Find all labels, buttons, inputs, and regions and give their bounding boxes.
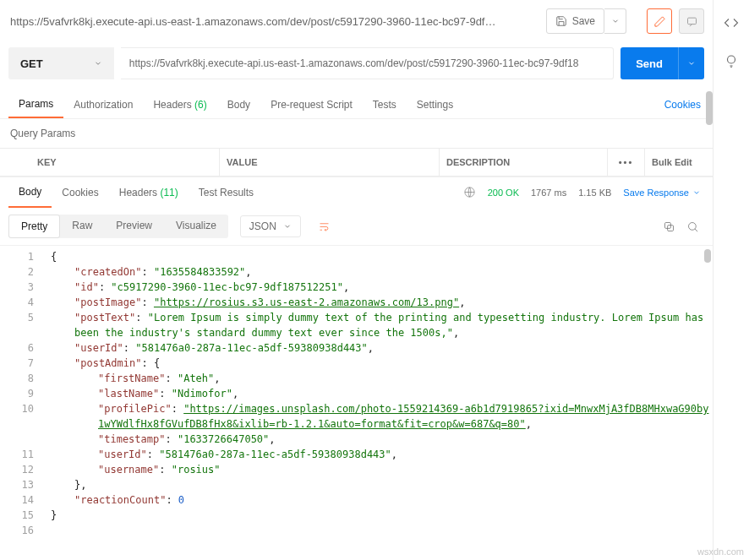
- code-icon: [724, 15, 739, 30]
- copy-button[interactable]: [657, 215, 681, 238]
- save-button[interactable]: Save: [546, 8, 604, 34]
- svg-rect-0: [687, 18, 696, 24]
- svg-line-5: [695, 229, 697, 231]
- chevron-down-icon: [611, 17, 620, 25]
- save-icon: [555, 15, 567, 27]
- col-description: DESCRIPTION: [440, 149, 608, 176]
- chevron-down-icon: [687, 59, 696, 68]
- chevron-down-icon: [692, 188, 701, 197]
- tab-headers[interactable]: Headers (6): [143, 92, 216, 117]
- copy-icon: [663, 220, 675, 233]
- tab-settings[interactable]: Settings: [407, 92, 463, 117]
- tab-prerequest[interactable]: Pre-request Script: [260, 92, 363, 117]
- svg-point-4: [688, 222, 696, 230]
- query-params-header: KEY VALUE DESCRIPTION ••• Bulk Edit: [0, 148, 713, 177]
- lightbulb-icon: [724, 53, 739, 68]
- method-label: GET: [20, 57, 43, 70]
- chevron-down-icon: [283, 222, 292, 231]
- chevron-down-icon: [94, 59, 102, 68]
- resp-tab-cookies[interactable]: Cookies: [52, 178, 108, 207]
- pencil-icon: [653, 15, 666, 28]
- tab-tests[interactable]: Tests: [363, 92, 407, 117]
- view-preview[interactable]: Preview: [104, 215, 164, 238]
- bulk-edit-button[interactable]: Bulk Edit: [645, 149, 713, 176]
- svg-point-6: [728, 56, 735, 63]
- view-pretty[interactable]: Pretty: [8, 215, 60, 238]
- save-label: Save: [572, 15, 595, 27]
- url-input[interactable]: https://5vafvrk8kj.execute-api.us-east-1…: [121, 47, 614, 79]
- query-params-label: Query Params: [0, 119, 713, 148]
- info-panel-button[interactable]: [724, 53, 739, 71]
- method-select[interactable]: GET: [8, 47, 114, 79]
- view-raw[interactable]: Raw: [60, 215, 104, 238]
- col-options[interactable]: •••: [608, 149, 645, 176]
- search-icon: [686, 220, 699, 233]
- save-response-button[interactable]: Save Response: [623, 188, 701, 198]
- code-lines: {"createdOn": "1635584833592","id": "c59…: [42, 246, 713, 541]
- send-label: Send: [621, 57, 678, 70]
- tab-params[interactable]: Params: [8, 91, 63, 118]
- resp-tab-headers[interactable]: Headers (11): [109, 178, 189, 207]
- col-key: KEY: [0, 149, 220, 176]
- cookies-link[interactable]: Cookies: [661, 92, 704, 117]
- resp-tab-tests[interactable]: Test Results: [189, 178, 264, 207]
- resp-tab-body[interactable]: Body: [8, 177, 52, 208]
- network-icon: [463, 186, 476, 200]
- view-visualize[interactable]: Visualize: [164, 215, 228, 238]
- wrap-button[interactable]: [313, 215, 336, 238]
- scrollbar[interactable]: [704, 249, 711, 263]
- col-value: VALUE: [220, 149, 440, 176]
- comment-button[interactable]: [679, 8, 704, 34]
- comment-icon: [686, 15, 698, 28]
- watermark: wsxdn.com: [697, 546, 744, 557]
- line-gutter: 12345678910111213141516: [0, 246, 42, 541]
- search-button[interactable]: [681, 215, 704, 238]
- send-dropdown[interactable]: [678, 47, 704, 79]
- response-size: 1.15 KB: [578, 188, 611, 198]
- scrollbar[interactable]: [706, 91, 713, 125]
- tab-body[interactable]: Body: [217, 92, 260, 117]
- request-title: https://5vafvrk8kj.execute-api.us-east-1…: [10, 15, 539, 28]
- response-time: 1767 ms: [531, 188, 566, 198]
- language-select[interactable]: JSON: [240, 215, 301, 237]
- edit-button[interactable]: [647, 8, 672, 34]
- save-dropdown[interactable]: [604, 8, 626, 34]
- code-panel-button[interactable]: [724, 15, 739, 33]
- response-body[interactable]: 12345678910111213141516 {"createdOn": "1…: [0, 245, 713, 560]
- wrap-icon: [318, 220, 331, 233]
- tab-authorization[interactable]: Authorization: [63, 92, 143, 117]
- status-code: 200 OK: [488, 188, 519, 198]
- send-button[interactable]: Send: [621, 47, 704, 79]
